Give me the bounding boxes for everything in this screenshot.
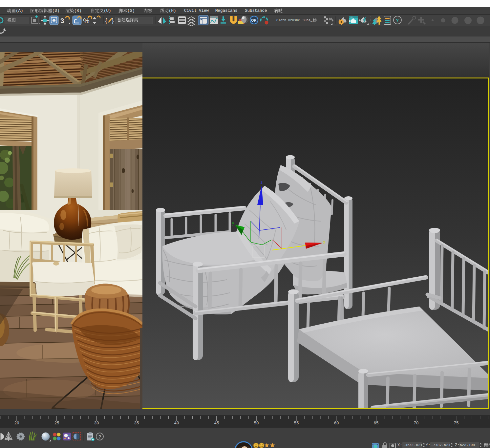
svg-text:3: 3: [60, 17, 64, 24]
svg-text:?: ?: [396, 17, 399, 23]
svg-text:y: y: [232, 221, 234, 225]
svg-text:}: }: [112, 17, 114, 24]
svg-text:QR: QR: [251, 18, 257, 22]
svg-text:x: x: [323, 240, 325, 245]
svg-text:?: ?: [98, 434, 101, 439]
svg-text:%: %: [83, 17, 90, 25]
svg-text:{: {: [105, 17, 107, 24]
svg-text:z: z: [261, 180, 263, 185]
